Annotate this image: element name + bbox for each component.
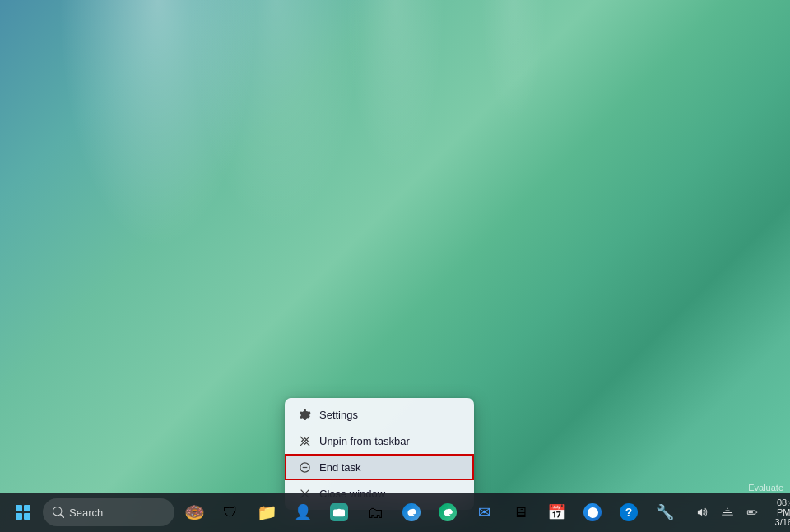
desktop: Evaluate Settings Unpin from taskba (0, 0, 790, 532)
settings-label: Settings (319, 409, 358, 421)
search-label: Search (69, 507, 103, 519)
unpin-icon (298, 434, 311, 447)
end-task-label: End task (319, 461, 361, 474)
taskbar-app-files[interactable]: 🗂 (359, 496, 392, 529)
edge-icon (402, 503, 421, 521)
taskbar-app-mail[interactable]: ✉ (467, 496, 500, 529)
gear-icon (298, 408, 311, 421)
system-tray (688, 497, 767, 527)
tray-battery-icon[interactable] (741, 497, 764, 527)
taskbar-app-2[interactable]: 🛡 (214, 496, 247, 529)
search-bar[interactable]: Search (43, 498, 174, 526)
end-task-icon (298, 460, 311, 474)
taskbar-app-globe[interactable] (576, 496, 609, 529)
explorer-icon: 📁 (257, 502, 277, 522)
tasks-icon: 📅 (547, 503, 565, 521)
taskbar-app-4[interactable]: 👤 (286, 496, 319, 529)
start-button[interactable] (7, 496, 40, 529)
taskbar-app-explorer[interactable]: 📁 (250, 496, 283, 529)
date-display: 3/16/2026 (775, 517, 790, 527)
globe-icon (583, 503, 602, 521)
tray-icon-1[interactable] (691, 497, 714, 527)
context-menu-end-task[interactable]: End task (285, 454, 474, 480)
app4-icon: 👤 (294, 503, 312, 521)
files-icon: 🗂 (367, 503, 383, 522)
taskbar-app-edge-dev[interactable] (431, 496, 464, 529)
taskbar-app-camera[interactable] (323, 496, 356, 529)
unpin-label: Unpin from taskbar (319, 435, 410, 447)
camera-icon (330, 503, 348, 521)
taskbar-app-settings-tool[interactable]: 🔧 (648, 496, 681, 529)
taskbar-app-tasks[interactable]: 📅 (540, 496, 573, 529)
clock[interactable]: 08:47 PM 3/16/2026 (770, 497, 790, 527)
taskbar-app-remote[interactable]: 🖥 (504, 496, 537, 529)
taskbar: Search 🍩 🛡 📁 👤 � (0, 493, 790, 532)
time-display: 08:47 PM (777, 497, 790, 517)
edge-dev-icon (439, 503, 457, 521)
taskbar-app-edge[interactable] (395, 496, 428, 529)
tray-network-icon[interactable] (716, 497, 739, 527)
mail-icon: ✉ (478, 503, 490, 521)
remote-icon: 🖥 (513, 504, 527, 521)
app2-icon: 🛡 (223, 504, 238, 521)
help-icon: ? (620, 503, 638, 521)
search-icon (53, 507, 64, 518)
context-menu-unpin[interactable]: Unpin from taskbar (285, 428, 474, 454)
windows-logo-icon (16, 505, 30, 520)
context-menu-settings[interactable]: Settings (285, 401, 474, 428)
watermark-text: Evaluate (748, 483, 783, 493)
taskbar-app-help[interactable]: ? (612, 496, 645, 529)
taskbar-app-1[interactable]: 🍩 (178, 496, 211, 529)
app1-icon: 🍩 (184, 502, 205, 522)
settings-tool-icon: 🔧 (656, 503, 674, 521)
